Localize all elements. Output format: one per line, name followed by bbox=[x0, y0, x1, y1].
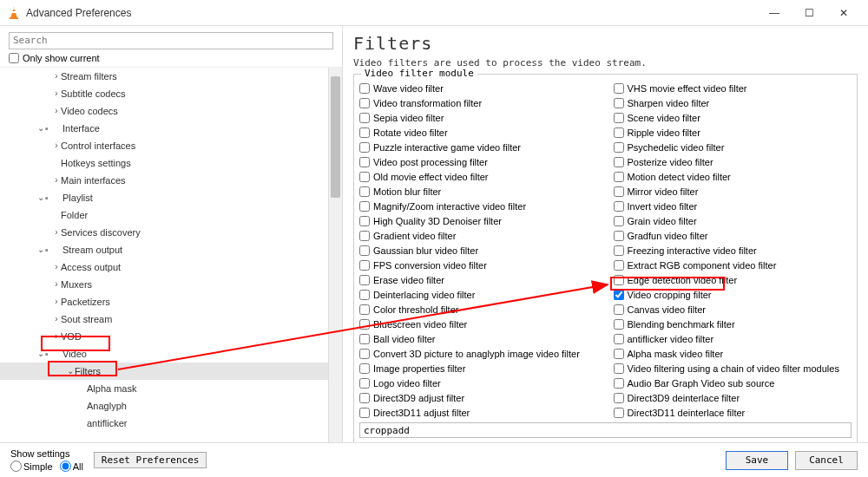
filter-checkbox[interactable] bbox=[359, 127, 370, 138]
filter-checkbox-row[interactable]: FPS conversion video filter bbox=[359, 258, 598, 271]
filter-checkbox-row[interactable]: Alpha mask video filter bbox=[614, 347, 852, 360]
filter-checkbox-row[interactable]: Psychedelic video filter bbox=[614, 140, 852, 154]
tree-item[interactable]: ›Sout stream bbox=[0, 310, 328, 328]
filter-checkbox[interactable] bbox=[359, 334, 370, 344]
filter-checkbox[interactable] bbox=[614, 319, 624, 330]
filter-checkbox[interactable] bbox=[359, 201, 370, 212]
filter-checkbox[interactable] bbox=[614, 245, 624, 256]
filter-checkbox[interactable] bbox=[359, 186, 370, 197]
tree-item[interactable]: ›Muxers bbox=[0, 276, 328, 293]
filter-checkbox[interactable] bbox=[614, 216, 624, 226]
scrollbar-thumb[interactable] bbox=[331, 76, 340, 198]
filter-checkbox[interactable] bbox=[614, 349, 624, 359]
tree-item[interactable]: ⌄▪Interface bbox=[0, 120, 328, 137]
filter-checkbox[interactable] bbox=[359, 393, 370, 403]
filter-checkbox[interactable] bbox=[614, 186, 624, 197]
tree-item[interactable]: ›Main interfaces bbox=[0, 172, 328, 189]
filter-checkbox-row[interactable]: Sepia video filter bbox=[359, 111, 598, 124]
filter-checkbox[interactable] bbox=[614, 157, 624, 167]
filter-checkbox-row[interactable]: Sharpen video filter bbox=[614, 96, 852, 109]
filter-checkbox-row[interactable]: Posterize video filter bbox=[614, 155, 852, 168]
filter-checkbox-row[interactable]: Old movie effect video filter bbox=[359, 170, 598, 183]
cancel-button[interactable]: Cancel bbox=[795, 451, 858, 470]
filter-checkbox-row[interactable]: Motion detect video filter bbox=[614, 170, 852, 183]
filter-checkbox-row[interactable]: Magnify/Zoom interactive video filter bbox=[359, 199, 598, 212]
filter-checkbox-row[interactable]: Blending benchmark filter bbox=[614, 317, 852, 330]
filter-value-input[interactable] bbox=[359, 422, 852, 438]
filter-checkbox[interactable] bbox=[614, 113, 624, 123]
filter-checkbox[interactable] bbox=[614, 304, 624, 315]
tree-item[interactable]: Alpha mask bbox=[0, 380, 328, 397]
filter-checkbox-row[interactable]: Extract RGB component video filter bbox=[614, 258, 852, 271]
filter-checkbox-row[interactable]: Ripple video filter bbox=[614, 126, 852, 139]
tree-item[interactable]: ›Stream filters bbox=[0, 68, 328, 85]
filter-checkbox-row[interactable]: Grain video filter bbox=[614, 214, 852, 227]
filter-checkbox-row[interactable]: Bluescreen video filter bbox=[359, 317, 598, 330]
tree-item[interactable]: ⌄▪Video bbox=[0, 345, 328, 363]
filter-checkbox[interactable] bbox=[614, 393, 624, 403]
filter-checkbox[interactable] bbox=[359, 216, 370, 226]
filter-checkbox[interactable] bbox=[359, 231, 370, 241]
maximize-button[interactable]: ☐ bbox=[792, 1, 826, 25]
tree-item[interactable]: ›Control interfaces bbox=[0, 137, 328, 154]
filter-checkbox-row[interactable]: Motion blur filter bbox=[359, 185, 598, 198]
close-button[interactable]: ✕ bbox=[826, 1, 861, 25]
filter-checkbox-row[interactable]: Direct3D11 deinterlace filter bbox=[614, 406, 852, 419]
filter-checkbox-row[interactable]: Color threshold filter bbox=[359, 303, 598, 316]
filter-checkbox-row[interactable]: Video filtering using a chain of video f… bbox=[614, 362, 852, 375]
filter-checkbox[interactable] bbox=[614, 127, 624, 138]
filter-checkbox[interactable] bbox=[614, 142, 624, 153]
filter-checkbox[interactable] bbox=[614, 172, 624, 182]
filter-checkbox[interactable] bbox=[359, 349, 370, 359]
filter-checkbox[interactable] bbox=[359, 157, 370, 167]
filter-checkbox[interactable] bbox=[614, 98, 624, 108]
filter-checkbox[interactable] bbox=[359, 363, 370, 374]
radio-all[interactable]: All bbox=[60, 461, 83, 472]
tree-scrollbar[interactable] bbox=[328, 68, 342, 443]
filter-checkbox[interactable] bbox=[614, 83, 624, 94]
filter-checkbox-row[interactable]: Direct3D9 adjust filter bbox=[359, 391, 598, 404]
filter-checkbox-row[interactable]: Rotate video filter bbox=[359, 126, 598, 139]
filter-checkbox[interactable] bbox=[614, 378, 624, 389]
filter-checkbox[interactable] bbox=[614, 363, 624, 374]
filter-checkbox-row[interactable]: Scene video filter bbox=[614, 111, 852, 124]
tree-item[interactable]: antiflicker bbox=[0, 415, 328, 432]
only-show-current-checkbox[interactable]: Only show current bbox=[9, 53, 333, 63]
filter-checkbox-row[interactable]: Video cropping filter bbox=[614, 288, 852, 301]
filter-checkbox[interactable] bbox=[359, 304, 370, 315]
tree-item[interactable]: Anaglyph bbox=[0, 397, 328, 415]
filter-checkbox[interactable] bbox=[359, 83, 370, 94]
filter-checkbox[interactable] bbox=[359, 98, 370, 108]
minimize-button[interactable]: — bbox=[757, 1, 792, 25]
tree-item[interactable]: ›Services discovery bbox=[0, 224, 328, 241]
tree-item[interactable]: ⌄▪Playlist bbox=[0, 189, 328, 206]
filter-checkbox-row[interactable]: Wave video filter bbox=[359, 82, 598, 95]
filter-checkbox-row[interactable]: antiflicker video filter bbox=[614, 332, 852, 345]
filter-checkbox-row[interactable]: Image properties filter bbox=[359, 362, 598, 375]
tree-item[interactable]: ⌄▪Stream output bbox=[0, 241, 328, 258]
tree-item[interactable]: ›Packetizers bbox=[0, 293, 328, 310]
only-show-current-input[interactable] bbox=[9, 53, 19, 63]
filter-checkbox[interactable] bbox=[614, 334, 624, 344]
filter-checkbox-row[interactable]: Video post processing filter bbox=[359, 155, 598, 168]
filter-checkbox-row[interactable]: Gradfun video filter bbox=[614, 229, 852, 242]
tree-item[interactable]: ›Access output bbox=[0, 258, 328, 276]
search-input[interactable] bbox=[9, 32, 333, 49]
tree-item[interactable]: ›VOD bbox=[0, 328, 328, 345]
radio-simple[interactable]: Simple bbox=[10, 461, 53, 472]
filter-checkbox-row[interactable]: Deinterlacing video filter bbox=[359, 288, 598, 301]
filter-checkbox-row[interactable]: Edge detection video filter bbox=[614, 273, 852, 286]
tree-item[interactable]: Folder bbox=[0, 206, 328, 224]
tree-item[interactable]: ›Video codecs bbox=[0, 102, 328, 120]
filter-checkbox[interactable] bbox=[614, 260, 624, 271]
filter-checkbox[interactable] bbox=[614, 290, 624, 300]
reset-preferences-button[interactable]: Reset Preferences bbox=[94, 452, 207, 468]
filter-checkbox[interactable] bbox=[359, 142, 370, 153]
filter-checkbox[interactable] bbox=[614, 408, 624, 418]
filter-checkbox-row[interactable]: Canvas video filter bbox=[614, 303, 852, 316]
filter-checkbox-row[interactable]: High Quality 3D Denoiser filter bbox=[359, 214, 598, 227]
save-button[interactable]: Save bbox=[726, 451, 788, 470]
filter-checkbox[interactable] bbox=[359, 378, 370, 389]
filter-checkbox[interactable] bbox=[614, 231, 624, 241]
filter-checkbox[interactable] bbox=[614, 275, 624, 285]
